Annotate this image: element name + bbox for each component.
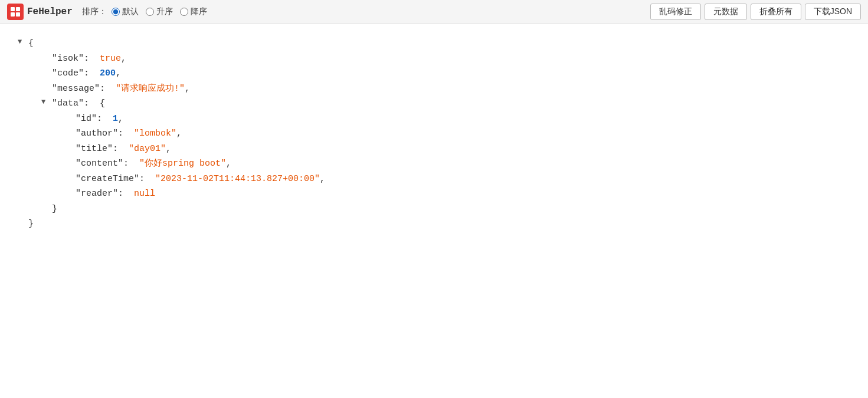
message-key: "message" (52, 81, 100, 97)
toolbar: FeHelper 排序： 默认 升序 降序 乱码修正 元数据 折叠所有 下载JS… (0, 0, 868, 24)
reader-value: null (134, 186, 155, 202)
title-key: "title" (76, 142, 113, 157)
sort-desc-radio[interactable] (180, 8, 188, 16)
data-brace-close: } (52, 202, 57, 217)
title-line: "title" : "day01" , (18, 142, 850, 157)
isok-value: true (100, 51, 121, 67)
logo-icon (7, 4, 24, 20)
download-json-button[interactable]: 下载JSON (805, 4, 861, 20)
svg-rect-1 (16, 7, 20, 11)
content-key: "content" (76, 156, 123, 172)
content-value: "你好spring boot" (139, 156, 226, 172)
root-close: } (18, 216, 850, 232)
isok-key: "isok" (52, 51, 84, 67)
author-key: "author" (76, 126, 118, 142)
json-viewer: ▼ { "isok" : true , "code" : 200 , "mess… (0, 24, 868, 244)
sort-desc-label[interactable]: 降序 (180, 6, 207, 17)
title-value: "day01" (129, 142, 166, 157)
code-value: 200 (100, 66, 116, 81)
sort-default-radio[interactable] (112, 8, 120, 16)
author-line: "author" : "lombok" , (18, 126, 850, 142)
isok-line: "isok" : true , (18, 51, 850, 67)
createtime-key: "createTime" (76, 172, 139, 187)
message-line: "message" : "请求响应成功!" , (18, 81, 850, 97)
sort-default-label[interactable]: 默认 (112, 6, 139, 17)
root-collapse-icon[interactable]: ▼ (18, 36, 26, 48)
code-key: "code" (52, 66, 84, 81)
sort-default-text: 默认 (122, 6, 139, 17)
content-line: "content" : "你好spring boot" , (18, 156, 850, 172)
svg-rect-2 (11, 12, 15, 17)
sort-desc-text: 降序 (191, 6, 207, 17)
reader-line: "reader" : null (18, 186, 850, 202)
sort-label: 排序： (82, 6, 107, 17)
data-line: ▼ "data" : { (18, 96, 850, 111)
message-value: "请求响应成功!" (116, 81, 185, 97)
sort-asc-text: 升序 (156, 6, 173, 17)
reader-key: "reader" (76, 186, 118, 202)
data-collapse-icon[interactable]: ▼ (41, 96, 50, 108)
root-brace-close: } (28, 216, 34, 232)
id-key: "id" (76, 111, 97, 127)
code-line: "code" : 200 , (18, 66, 850, 81)
sort-asc-radio[interactable] (146, 8, 154, 16)
logo: FeHelper (7, 4, 73, 20)
collapse-all-button[interactable]: 折叠所有 (751, 4, 801, 20)
data-close: } (18, 202, 850, 217)
root-open: ▼ { (18, 36, 850, 51)
svg-rect-3 (16, 12, 20, 17)
toolbar-buttons: 乱码修正 元数据 折叠所有 下载JSON (650, 4, 861, 20)
data-key: "data" (52, 96, 84, 111)
id-line: "id" : 1 , (18, 111, 850, 127)
fix-encoding-button[interactable]: 乱码修正 (650, 4, 701, 20)
sort-section: 排序： 默认 升序 降序 (82, 6, 207, 17)
root-brace-open: { (28, 36, 34, 51)
logo-text: FeHelper (27, 6, 73, 17)
author-value: "lombok" (134, 126, 176, 142)
metadata-button[interactable]: 元数据 (705, 4, 747, 20)
sort-asc-label[interactable]: 升序 (146, 6, 173, 17)
createtime-value: "2023-11-02T11:44:13.827+00:00" (155, 172, 320, 187)
id-value: 1 (113, 111, 118, 127)
svg-rect-0 (11, 7, 15, 11)
sort-radio-group: 默认 升序 降序 (112, 6, 207, 17)
createtime-line: "createTime" : "2023-11-02T11:44:13.827+… (18, 172, 850, 187)
